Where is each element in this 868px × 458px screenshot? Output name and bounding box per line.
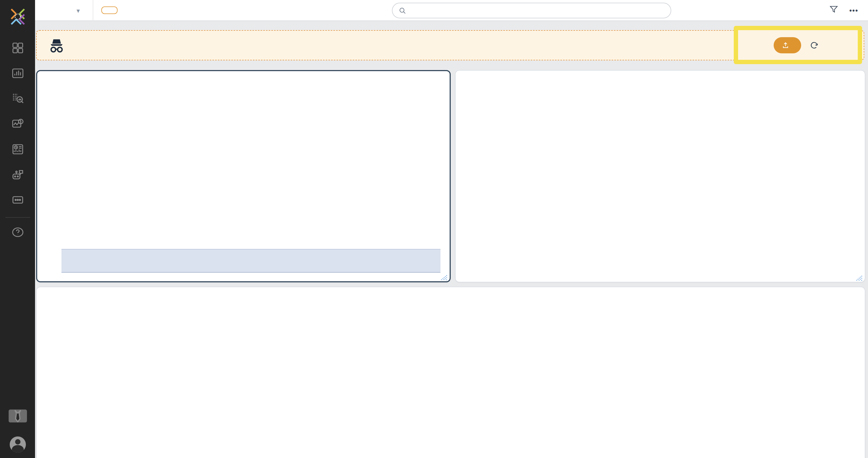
dashboards-icon: [11, 41, 24, 55]
email-chart: [64, 115, 441, 220]
widget-email-metrics[interactable]: [36, 70, 451, 282]
incognito-icon: [49, 38, 65, 53]
publish-highlight-box: [734, 26, 862, 64]
divider: [93, 0, 93, 21]
ai-icon: [11, 168, 24, 181]
search-bar[interactable]: [392, 3, 671, 18]
reports-icon: [11, 143, 24, 156]
publish-button[interactable]: [774, 37, 801, 53]
search-input[interactable]: [410, 6, 664, 14]
upload-icon: [782, 41, 789, 49]
alerts-icon: [11, 118, 24, 130]
queries-icon: [11, 92, 24, 105]
restore-icon: [810, 41, 818, 49]
widget-weekly-conversions[interactable]: [36, 287, 865, 458]
sidebar-item-widgets[interactable]: [0, 62, 35, 87]
sidebar-item-reports[interactable]: [0, 138, 35, 163]
restore-button[interactable]: [810, 41, 822, 49]
sidebar-item-more[interactable]: [0, 189, 35, 214]
user-avatar[interactable]: [9, 436, 26, 453]
top-bar: ▾ •••: [35, 0, 868, 21]
knowi-logo[interactable]: [5, 4, 30, 29]
sidebar-item-help[interactable]: [0, 221, 35, 246]
range-navigator[interactable]: [61, 249, 440, 273]
more-icon: [11, 193, 24, 206]
resize-handle-icon[interactable]: [855, 274, 863, 280]
search-icon: [399, 7, 406, 14]
chevron-down-icon[interactable]: ▾: [76, 7, 80, 14]
tie-icon: [8, 410, 27, 422]
sidebar-item-dashboards[interactable]: [0, 37, 35, 62]
sidebar-divider: [5, 217, 30, 218]
sidebar-item-ai[interactable]: [0, 163, 35, 189]
sidebar-item-knowi-admin[interactable]: [0, 405, 35, 430]
widgets-icon: [11, 67, 24, 80]
widget-top-campaigns[interactable]: [455, 70, 865, 282]
new-button[interactable]: [101, 6, 118, 14]
ellipsis-menu-icon[interactable]: •••: [849, 6, 858, 14]
sidebar-item-alerts[interactable]: [0, 112, 35, 138]
sidebar-item-queries[interactable]: [0, 87, 35, 112]
resize-handle-icon[interactable]: [440, 273, 447, 280]
sidebar: [0, 0, 35, 458]
draft-mode-banner: [36, 30, 864, 60]
filter-icon[interactable]: [830, 5, 839, 16]
help-icon: [11, 226, 24, 239]
